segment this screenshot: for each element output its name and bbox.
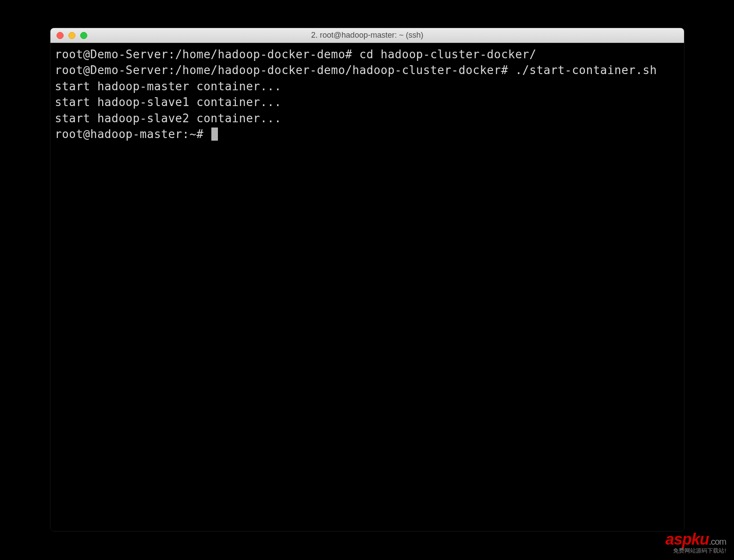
watermark-brand-red: aspku — [666, 530, 709, 548]
terminal-line: start hadoop-master container... — [55, 78, 680, 94]
cursor-icon — [211, 128, 218, 141]
terminal-line: root@Demo-Server:/home/hadoop-docker-dem… — [55, 46, 680, 62]
title-bar[interactable]: 2. root@hadoop-master: ~ (ssh) — [50, 28, 684, 43]
watermark: aspku.com 免费网站源码下载站! — [666, 530, 726, 555]
watermark-tagline: 免费网站源码下载站! — [666, 547, 726, 555]
terminal-line: root@Demo-Server:/home/hadoop-docker-dem… — [55, 62, 680, 78]
close-button[interactable] — [57, 32, 64, 39]
window-title: 2. root@hadoop-master: ~ (ssh) — [50, 31, 684, 40]
terminal-prompt-line: root@hadoop-master:~# — [55, 126, 680, 142]
terminal-body[interactable]: root@Demo-Server:/home/hadoop-docker-dem… — [50, 43, 684, 531]
terminal-line: start hadoop-slave1 container... — [55, 94, 680, 110]
maximize-button[interactable] — [80, 32, 87, 39]
terminal-line: start hadoop-slave2 container... — [55, 110, 680, 126]
traffic-lights — [50, 32, 87, 39]
terminal-window: 2. root@hadoop-master: ~ (ssh) root@Demo… — [50, 28, 684, 531]
watermark-brand-gray: .com — [709, 537, 726, 546]
terminal-prompt: root@hadoop-master:~# — [55, 128, 210, 141]
watermark-brand: aspku.com — [666, 530, 726, 549]
minimize-button[interactable] — [68, 32, 75, 39]
